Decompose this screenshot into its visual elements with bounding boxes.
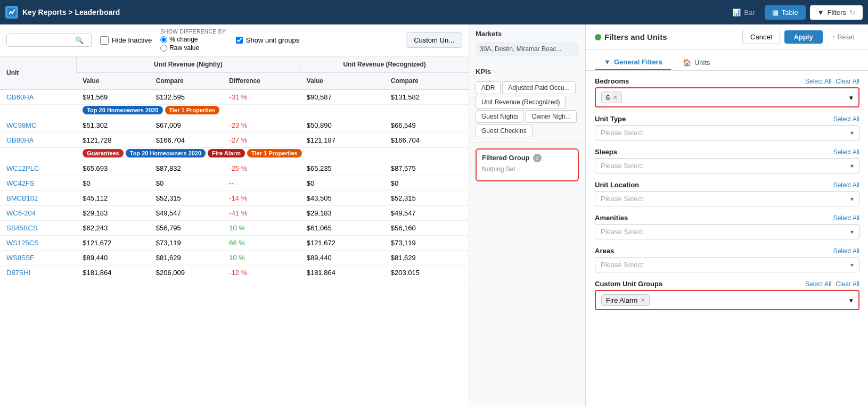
value1-cell: $0 xyxy=(76,176,150,191)
remove-tag[interactable]: × xyxy=(641,296,645,304)
unit-tag: Guarantees xyxy=(83,149,124,157)
filter-section-bedrooms: BedroomsSelect AllClear All6×▾ xyxy=(595,77,859,107)
hide-inactive-toggle[interactable]: Hide Inactive xyxy=(100,36,152,45)
filter-section-amenities: AmenitiesSelect AllPlease Select▾ xyxy=(595,214,859,239)
bar-tab[interactable]: 📊 Bar xyxy=(725,5,762,20)
show-unit-groups[interactable]: Show unit groups xyxy=(236,36,299,44)
value1-cell: $51,302 xyxy=(76,118,150,133)
cancel-button[interactable]: Cancel xyxy=(742,30,780,44)
unit-cell[interactable]: WC98MC xyxy=(0,118,76,133)
filter-label-unit_location: Unit Location xyxy=(595,181,639,189)
value2-cell: $65,235 xyxy=(300,161,384,176)
filter-dropdown-amenities[interactable]: Please Select▾ xyxy=(595,224,859,239)
value1-cell: $62,243 xyxy=(76,221,150,236)
kpi-tag[interactable]: ADR xyxy=(476,81,501,94)
select-all-custom_unit_groups[interactable]: Select All xyxy=(805,280,831,288)
filter-section-custom_unit_groups: Custom Unit GroupsSelect AllClear AllFir… xyxy=(595,280,859,310)
tags-row: GuaranteesTop 20 Homeowners 2020Fire Ala… xyxy=(0,148,469,161)
select-all-unit_location[interactable]: Select All xyxy=(833,181,859,189)
show-unit-groups-checkbox[interactable] xyxy=(236,37,243,44)
nothing-set-label: Nothing Set xyxy=(482,162,572,176)
compare2-cell: $87,575 xyxy=(384,161,469,176)
value1-cell: $65,693 xyxy=(76,161,150,176)
hide-inactive-checkbox[interactable] xyxy=(100,36,109,45)
dropdown-arrow: ▾ xyxy=(849,94,853,102)
filters-button[interactable]: ▼ Filters ↻ xyxy=(810,5,863,20)
middle-panel: Markets 30A, Destin, Miramar Beac... KPI… xyxy=(469,24,586,407)
kpi-tag[interactable]: Adjusted Paid Occu... xyxy=(502,81,575,94)
select-all-areas[interactable]: Select All xyxy=(833,247,859,255)
info-icon[interactable]: i xyxy=(533,154,542,162)
filter-dropdown-areas[interactable]: Please Select▾ xyxy=(595,257,859,272)
select-all-amenities[interactable]: Select All xyxy=(833,214,859,222)
compare2-cell: $66,549 xyxy=(384,118,469,133)
pct-change-radio[interactable]: % change xyxy=(160,36,227,43)
unit-cell[interactable]: WS85SF xyxy=(0,251,76,265)
value2-cell: $50,890 xyxy=(300,118,384,133)
kpi-tag[interactable]: Guest Checkins xyxy=(476,124,533,137)
unit-cell[interactable]: D87SHI xyxy=(0,265,76,280)
raw-value-radio[interactable]: Raw value xyxy=(160,44,227,52)
unit-cell[interactable]: BMCB102 xyxy=(0,191,76,206)
tags-row: Top 20 Homeowners 2020Tier 1 Properties xyxy=(0,105,469,118)
filtered-group-box: Filtered Group i Nothing Set xyxy=(476,148,579,181)
apply-button[interactable]: Apply xyxy=(784,30,823,44)
compare1-cell: $87,832 xyxy=(150,161,223,176)
remove-tag[interactable]: × xyxy=(613,93,617,102)
unit-tag: Fire Alarm xyxy=(208,149,245,157)
diff-cell: -25 % xyxy=(223,161,300,176)
sync-icon: ↻ xyxy=(849,9,855,16)
table-row: WC42FS $0 $0 -- $0 $0 xyxy=(0,176,469,191)
select-all-sleeps[interactable]: Select All xyxy=(833,148,859,156)
filter-input-custom_unit_groups[interactable]: Fire Alarm×▾ xyxy=(595,290,859,310)
select-all-unit_type[interactable]: Select All xyxy=(833,115,859,123)
diff-cell: 10 % xyxy=(223,221,300,236)
value2-cell: $29,183 xyxy=(300,206,384,221)
clear-all-custom_unit_groups[interactable]: Clear All xyxy=(836,280,859,288)
diff-cell: -27 % xyxy=(223,133,300,148)
table-tab[interactable]: ▦ Table xyxy=(765,5,806,20)
filter-input-bedrooms[interactable]: 6×▾ xyxy=(595,87,859,107)
kpi-tag[interactable]: Owner Nigh... xyxy=(526,110,576,123)
filter-links-unit_location: Select All xyxy=(833,181,859,189)
compare2-cell: $166,704 xyxy=(384,133,469,148)
filter-dropdown-unit_location[interactable]: Please Select▾ xyxy=(595,191,859,206)
diff-cell: -41 % xyxy=(223,206,300,221)
filter-dropdown-sleeps[interactable]: Please Select▾ xyxy=(595,158,859,173)
table-row: SS45BCS $62,243 $56,795 10 % $61,065 $56… xyxy=(0,221,469,236)
value1-cell: $181,864 xyxy=(76,265,150,280)
unit-cell[interactable]: WS125CS xyxy=(0,236,76,251)
clear-all-bedrooms[interactable]: Clear All xyxy=(836,78,859,85)
compare-col-header-2: Compare xyxy=(384,73,469,90)
search-box[interactable]: 🔍 xyxy=(6,34,92,47)
units-tab[interactable]: 🏠 Units xyxy=(674,54,719,70)
select-all-bedrooms[interactable]: Select All xyxy=(805,78,831,85)
filter-dropdown-unit_type[interactable]: Please Select▾ xyxy=(595,125,859,140)
diff-cell: -14 % xyxy=(223,191,300,206)
value1-cell: $121,672 xyxy=(76,236,150,251)
view-tabs: 📊 Bar ▦ Table xyxy=(725,5,805,20)
filter-label-row-sleeps: SleepsSelect All xyxy=(595,148,859,156)
unit-cell[interactable]: GB80HA xyxy=(0,133,76,148)
unit-tag: Tier 1 Properties xyxy=(165,106,220,114)
compare1-cell: $49,547 xyxy=(150,206,223,221)
unit-cell[interactable]: SS45BCS xyxy=(0,221,76,236)
custom-unit-button[interactable]: Custom Un... xyxy=(406,32,462,48)
kpi-tag[interactable]: Guest Nights xyxy=(476,110,524,123)
unit-cell[interactable]: WC6-204 xyxy=(0,206,76,221)
value1-cell: $91,569 xyxy=(76,89,150,105)
reset-button[interactable]: ↑ Reset xyxy=(827,31,859,44)
compare2-cell: $131,582 xyxy=(384,89,469,105)
unit-col-header: Unit xyxy=(0,56,76,89)
value-col-header-1: Value xyxy=(76,73,150,90)
recognized-group-header: Unit Revenue (Recognized) xyxy=(300,56,469,73)
top-bar: Key Reports > Leaderboard 📊 Bar ▦ Table … xyxy=(0,0,868,24)
diff-cell: -31 % xyxy=(223,89,300,105)
kpi-tag[interactable]: Unit Revenue (Recognized) xyxy=(476,96,566,109)
search-input[interactable] xyxy=(11,36,75,44)
unit-cell[interactable]: GB60HA xyxy=(0,89,76,105)
general-filters-tab[interactable]: ▼ General Filters xyxy=(595,54,672,70)
unit-cell[interactable]: WC42FS xyxy=(0,176,76,191)
filter-label-sleeps: Sleeps xyxy=(595,148,617,156)
unit-cell[interactable]: WC12PLC xyxy=(0,161,76,176)
